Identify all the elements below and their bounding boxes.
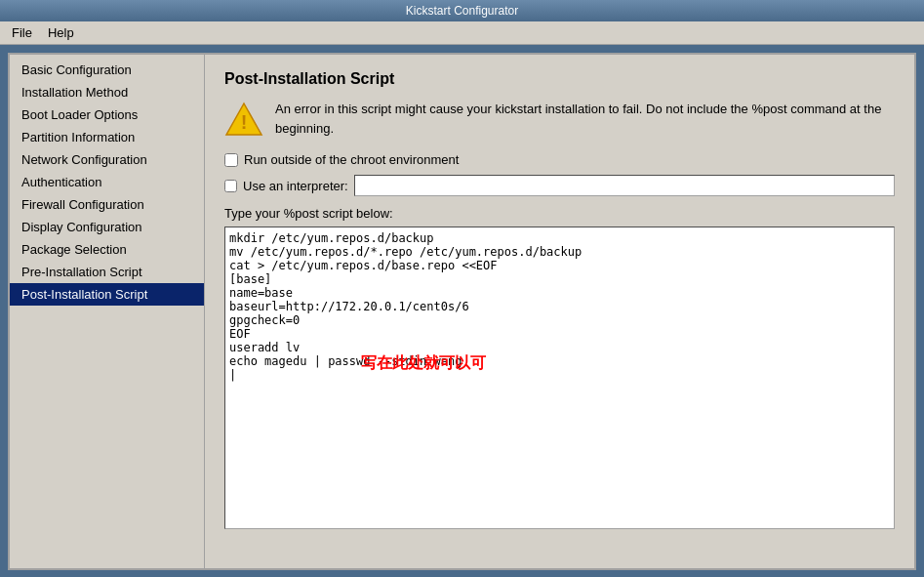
content-area: Post-Installation Script ! An error in t… — [205, 55, 914, 568]
warning-text: An error in this script might cause your… — [275, 100, 895, 138]
sidebar-item-boot-loader-options[interactable]: Boot Loader Options — [10, 103, 204, 126]
file-menu[interactable]: File — [4, 23, 40, 42]
warning-box: ! An error in this script might cause yo… — [224, 100, 895, 139]
svg-text:!: ! — [241, 111, 248, 133]
sidebar-item-package-selection[interactable]: Package Selection — [10, 238, 204, 261]
titlebar-title: Kickstart Configurator — [406, 4, 518, 18]
interpreter-row: Use an interpreter: — [224, 175, 895, 196]
checkbox-outside-row: Run outside of the chroot environment — [224, 152, 895, 167]
sidebar-item-partition-information[interactable]: Partition Information — [10, 126, 204, 148]
warning-icon: ! — [224, 100, 263, 139]
checkbox-interpreter-label: Use an interpreter: — [243, 179, 348, 193]
help-menu[interactable]: Help — [40, 23, 82, 42]
checkbox-outside-label: Run outside of the chroot environment — [244, 152, 459, 167]
checkbox-outside-chroot[interactable] — [224, 153, 238, 167]
interpreter-input[interactable] — [354, 175, 895, 196]
sidebar-item-network-configuration[interactable]: Network Configuration — [10, 148, 204, 171]
sidebar-item-firewall-configuration[interactable]: Firewall Configuration — [10, 193, 204, 216]
page-title: Post-Installation Script — [224, 70, 895, 88]
annotation-2: 写在此处就可以可 — [361, 353, 486, 374]
sidebar-item-basic-configuration[interactable]: Basic Configuration — [10, 59, 204, 81]
script-label: Type your %post script below: — [224, 206, 895, 221]
sidebar: Basic Configuration Installation Method … — [10, 55, 205, 568]
checkbox-interpreter[interactable] — [224, 180, 237, 192]
sidebar-item-post-installation-script[interactable]: Post-Installation Script — [10, 283, 204, 306]
sidebar-item-authentication[interactable]: Authentication — [10, 171, 204, 193]
titlebar: Kickstart Configurator — [0, 0, 924, 21]
sidebar-item-pre-installation-script[interactable]: Pre-Installation Script — [10, 261, 204, 283]
menubar: File Help — [0, 21, 924, 45]
sidebar-item-installation-method[interactable]: Installation Method — [10, 81, 204, 103]
script-textarea[interactable]: mkdir /etc/yum.repos.d/backup mv /etc/yu… — [224, 227, 895, 529]
main-window: Basic Configuration Installation Method … — [8, 53, 916, 570]
sidebar-item-display-configuration[interactable]: Display Configuration — [10, 216, 204, 238]
script-area-container: mkdir /etc/yum.repos.d/backup mv /etc/yu… — [224, 227, 895, 532]
